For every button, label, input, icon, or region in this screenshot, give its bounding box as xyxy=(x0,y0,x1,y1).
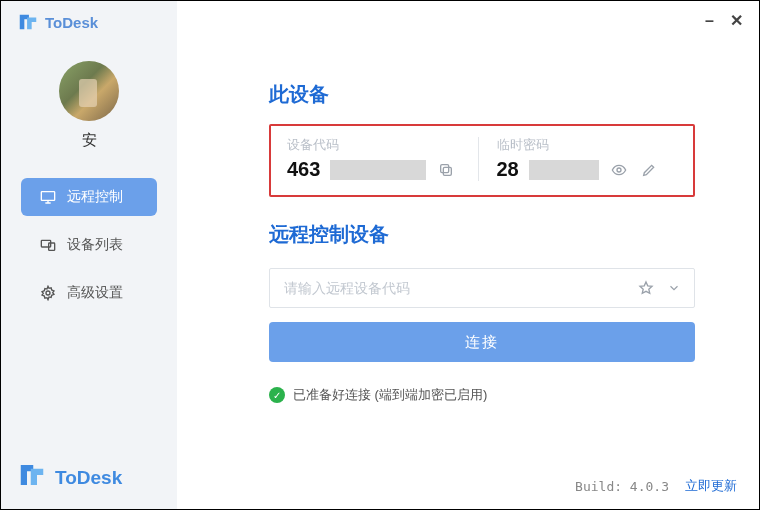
svg-rect-4 xyxy=(444,167,452,175)
app-window: ToDesk 安 远程控制 设备列表 高级设置 xyxy=(0,0,760,510)
temp-password-redacted xyxy=(529,160,599,180)
todesk-logo-icon xyxy=(17,11,39,33)
status-text: 已准备好连接 (端到端加密已启用) xyxy=(293,386,487,404)
svg-rect-5 xyxy=(441,164,449,172)
sidebar-footer-logo: ToDesk xyxy=(17,460,122,495)
chevron-down-icon[interactable] xyxy=(664,278,684,298)
brand-name: ToDesk xyxy=(55,467,122,489)
check-shield-icon: ✓ xyxy=(269,387,285,403)
svg-point-3 xyxy=(46,291,50,295)
sidebar: ToDesk 安 远程控制 设备列表 高级设置 xyxy=(1,1,177,509)
edit-icon[interactable] xyxy=(639,160,659,180)
brand-logo: ToDesk xyxy=(1,11,98,33)
divider xyxy=(478,137,479,181)
minimize-button[interactable]: – xyxy=(705,13,714,29)
username: 安 xyxy=(82,131,97,150)
status-row: ✓ 已准备好连接 (端到端加密已启用) xyxy=(269,386,695,404)
build-label: Build: 4.0.3 xyxy=(575,479,669,494)
svg-rect-0 xyxy=(41,192,54,201)
temp-password-column: 临时密码 28 xyxy=(497,136,678,181)
sidebar-item-remote-control[interactable]: 远程控制 xyxy=(21,178,157,216)
this-device-title: 此设备 xyxy=(269,81,695,108)
sidebar-item-label: 设备列表 xyxy=(67,236,123,254)
main-panel: – ✕ 此设备 设备代码 463 临时密码 xyxy=(177,1,759,509)
temp-password-label: 临时密码 xyxy=(497,136,678,154)
todesk-logo-icon xyxy=(17,460,47,495)
connect-button[interactable]: 连接 xyxy=(269,322,695,362)
device-code-redacted xyxy=(330,160,426,180)
close-button[interactable]: ✕ xyxy=(730,13,743,29)
remote-control-section: 远程控制设备 连接 ✓ 已准备好连接 (端到端加密已启 xyxy=(269,221,695,404)
device-code-value: 463 xyxy=(287,158,320,181)
this-device-info-box: 设备代码 463 临时密码 28 xyxy=(269,124,695,197)
sidebar-item-advanced[interactable]: 高级设置 xyxy=(21,274,157,312)
remote-code-input-row xyxy=(269,268,695,308)
monitor-icon xyxy=(39,188,57,206)
eye-icon[interactable] xyxy=(609,160,629,180)
devices-icon xyxy=(39,236,57,254)
remote-code-input[interactable] xyxy=(284,280,636,296)
sidebar-item-device-list[interactable]: 设备列表 xyxy=(21,226,157,264)
content: 此设备 设备代码 463 临时密码 28 xyxy=(177,13,759,404)
device-code-column: 设备代码 463 xyxy=(287,136,468,181)
sidebar-item-label: 高级设置 xyxy=(67,284,123,302)
temp-password-value: 28 xyxy=(497,158,519,181)
gear-icon xyxy=(39,284,57,302)
star-icon[interactable] xyxy=(636,278,656,298)
footer: Build: 4.0.3 立即更新 xyxy=(575,477,737,495)
avatar[interactable] xyxy=(59,61,119,121)
remote-title: 远程控制设备 xyxy=(269,221,695,248)
nav: 远程控制 设备列表 高级设置 xyxy=(1,178,177,312)
copy-icon[interactable] xyxy=(436,160,456,180)
svg-point-6 xyxy=(617,168,621,172)
device-code-label: 设备代码 xyxy=(287,136,468,154)
update-link[interactable]: 立即更新 xyxy=(685,477,737,495)
brand-name: ToDesk xyxy=(45,14,98,31)
window-controls: – ✕ xyxy=(705,13,743,29)
sidebar-item-label: 远程控制 xyxy=(67,188,123,206)
